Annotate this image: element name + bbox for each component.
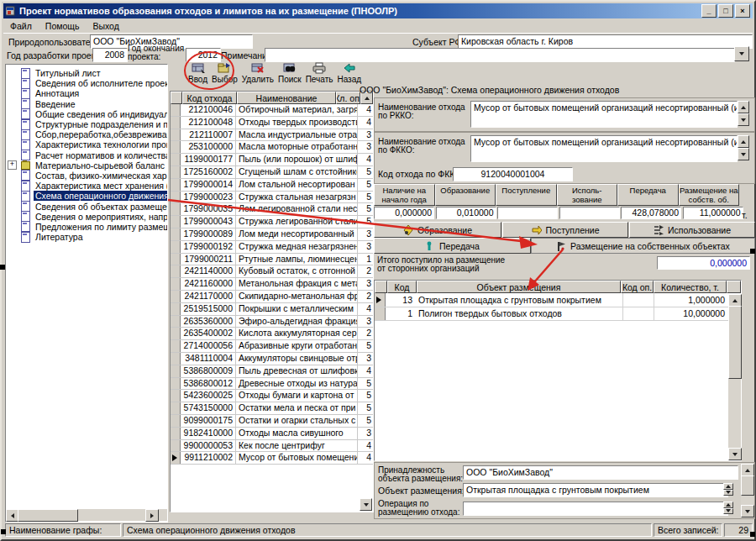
- waste-row[interactable]: 2421170000 Скипидарно-метанольная фр 2: [171, 291, 373, 303]
- operation-spinner[interactable]: [723, 502, 733, 514]
- waste-row[interactable]: 212100048 Отходы твердых производств 4: [171, 117, 373, 129]
- column-name[interactable]: Наименование: [237, 92, 336, 104]
- scroll-thumb[interactable]: [18, 509, 78, 522]
- tree-item[interactable]: Сведения об объектах размещения отх: [6, 201, 167, 211]
- placement-scrollbar[interactable]: [728, 294, 741, 460]
- peredacha-button[interactable]: Передача: [374, 238, 531, 254]
- scroll-down-icon[interactable]: [360, 498, 372, 511]
- details-scrollbar[interactable]: [741, 464, 753, 517]
- tree-item[interactable]: Сбор,переработка,обезвреживание,зах: [6, 129, 167, 139]
- waste-row[interactable]: 2519515000 Покрышки с металлическим 4: [171, 303, 373, 316]
- scroll-up-icon[interactable]: [741, 464, 754, 476]
- scroll-right-icon[interactable]: [145, 509, 159, 522]
- nazad-button[interactable]: Назад: [337, 62, 361, 89]
- obrazovanie-button[interactable]: Образование: [374, 222, 501, 238]
- column-op[interactable]: Код оп.: [621, 281, 654, 293]
- waste-row[interactable]: 5386800009 Пыль древесная от шлифовк 4: [171, 365, 373, 378]
- waste-row[interactable]: 1799000192 Стружка медная незагрязнен 3: [171, 241, 373, 254]
- tree-item[interactable]: Расчет нормативов и количества образ: [6, 150, 167, 160]
- spin-up-icon[interactable]: [723, 483, 733, 490]
- summary-value-cell[interactable]: 0,000000: [374, 207, 434, 219]
- tree-item[interactable]: Сведения о мероприятиях, направленн: [6, 212, 167, 222]
- pechat-button[interactable]: Печать: [306, 62, 333, 89]
- note-dropdown-button[interactable]: [734, 46, 749, 61]
- operation-field[interactable]: [463, 502, 728, 516]
- waste-row[interactable]: 1725160002 Сгущеный шлам с отстойнико 5: [171, 166, 373, 179]
- scroll-down-icon[interactable]: [728, 448, 742, 460]
- object-field[interactable]: Открытая площадка с грунтовым покрытием: [463, 483, 728, 497]
- tree-item[interactable]: Характеристика мест хранения (накопл: [6, 181, 167, 191]
- minimize-button[interactable]: _: [701, 4, 717, 18]
- tree-item[interactable]: Структурные подразделения и производ: [6, 119, 167, 129]
- waste-row[interactable]: 2635400002 Кислота аккумуляторная сер 2: [171, 328, 373, 340]
- scroll-up-icon[interactable]: [728, 294, 742, 307]
- summary-value-cell[interactable]: 11,000000: [683, 207, 743, 219]
- poisk-button[interactable]: Поиск: [278, 62, 302, 89]
- spin-down-icon[interactable]: [738, 113, 749, 126]
- spin-up-icon[interactable]: [738, 135, 749, 148]
- waste-row[interactable]: 9911210002 Мусор от бытовых помещени 4: [171, 452, 373, 465]
- menu-item[interactable]: Выход: [86, 19, 125, 33]
- spin-up-icon[interactable]: [738, 101, 749, 113]
- waste-row[interactable]: 1799000014 Лом стальной несортирован 5: [171, 179, 373, 192]
- scroll-thumb[interactable]: [741, 475, 754, 496]
- spin-up-icon[interactable]: [723, 502, 733, 508]
- tree-item[interactable]: Титульный лист: [6, 68, 167, 78]
- menu-item[interactable]: Помощь: [39, 19, 87, 33]
- tree-item[interactable]: Литература: [6, 232, 167, 242]
- razmeshchenie-button[interactable]: Размещение на собственных объектах: [531, 238, 755, 254]
- waste-row[interactable]: 2421160000 Метанольная фракция с мета 3: [171, 278, 373, 291]
- ispolzovanie-button[interactable]: Использование: [629, 222, 755, 238]
- waste-row[interactable]: 2635360000 Эфиро-альдегидная фракция 3: [171, 316, 373, 328]
- tree-item[interactable]: Общие сведения об индивидуальном пр: [6, 109, 167, 119]
- fkko-spinner[interactable]: [738, 135, 749, 160]
- tree-item[interactable]: Характеристика технологии производст: [6, 139, 167, 150]
- vybor-button[interactable]: Выбор: [212, 62, 238, 89]
- tree-horizontal-scrollbar[interactable]: [6, 509, 167, 521]
- column-code[interactable]: Код отхода: [182, 92, 237, 104]
- tree-item[interactable]: Материально-сырьевой баланс: [6, 160, 167, 171]
- tree-item[interactable]: Схема операционного движения отходо: [6, 191, 167, 201]
- udalit-button[interactable]: Удалить: [242, 62, 274, 89]
- summary-value-cell[interactable]: 0,010000: [436, 207, 496, 219]
- scroll-down-icon[interactable]: [741, 505, 754, 517]
- object-spinner[interactable]: [723, 483, 733, 496]
- waste-row[interactable]: 9182410000 Отходы масла сивушного 3: [171, 428, 373, 440]
- waste-row[interactable]: 1199000177 Пыль (или порошок) от шлифо 4: [171, 154, 373, 166]
- waste-row[interactable]: 5423600025 Отходы бумаги и картона от 5: [171, 390, 373, 402]
- column-code[interactable]: Код: [387, 281, 417, 293]
- spin-down-icon[interactable]: [723, 490, 733, 496]
- tree-item[interactable]: Предложения по лимиту размещения от: [6, 222, 167, 232]
- column-object[interactable]: Объект размещения: [417, 281, 621, 293]
- waste-row[interactable]: 3481110004 Аккумуляторы свинцовые отр 3: [171, 353, 373, 365]
- tree-item[interactable]: Аннотация: [6, 88, 167, 98]
- subject-field[interactable]: Кировская область г. Киров: [458, 34, 753, 49]
- owner-field[interactable]: ООО "БиоХимЗавод": [463, 465, 738, 480]
- fkko-code-field[interactable]: 9120040001004: [453, 167, 573, 181]
- waste-row[interactable]: 1799000023 Стружка стальная незагрязн 5: [171, 192, 373, 204]
- waste-row[interactable]: 5743150000 Остатки мела и песка от при 5: [171, 402, 373, 415]
- vvod-button[interactable]: Ввод: [188, 62, 207, 89]
- year-end-field[interactable]: 2012: [186, 48, 221, 62]
- waste-row[interactable]: 253100000 Масла моторные отработанн 3: [171, 141, 373, 154]
- placement-row[interactable]: 1 Полигон твердых бытовых отходов 10,000…: [375, 307, 728, 322]
- waste-row[interactable]: 2421140000 Кубовый остаток, с отгонной 2: [171, 265, 373, 278]
- close-button[interactable]: ×: [735, 4, 750, 18]
- rkko-spinner[interactable]: [738, 101, 749, 126]
- waste-row[interactable]: 1799000089 Лом меди несортированный 3: [171, 228, 373, 241]
- waste-row[interactable]: 1799000043 Стружка легированной стали 5: [171, 216, 373, 228]
- column-qty[interactable]: Количество, т.: [654, 281, 727, 293]
- summary-value-cell[interactable]: 428,078000: [621, 207, 681, 219]
- postuplenie-button[interactable]: Поступление: [502, 222, 628, 238]
- waste-row[interactable]: 9099000175 Остатки и огарки стальных с 5: [171, 415, 373, 428]
- summary-value-cell[interactable]: [497, 207, 558, 219]
- scroll-thumb[interactable]: [728, 306, 742, 379]
- placement-row[interactable]: 13 Открытая площадка с грунтовым покрыти…: [375, 293, 728, 307]
- year-start-field[interactable]: 2008: [92, 48, 128, 62]
- spin-down-icon[interactable]: [738, 148, 749, 160]
- waste-row[interactable]: 5386800012 Древесные отходы из натура 5: [171, 378, 373, 391]
- tree-item[interactable]: Сведения об исполнителе проекта: [6, 78, 167, 88]
- fkko-field[interactable]: Мусор от бытовых помещений организаций н…: [470, 135, 738, 162]
- tree-item[interactable]: Введение: [6, 99, 167, 109]
- column-class[interactable]: Кл. оп.: [336, 92, 360, 104]
